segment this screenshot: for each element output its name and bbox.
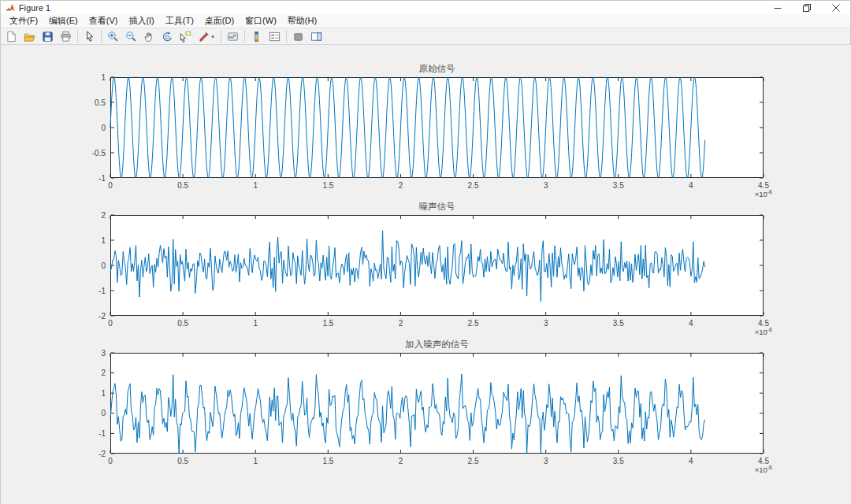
axes-box — [111, 354, 764, 454]
open-file-button[interactable] — [20, 28, 39, 45]
toolbar-separator — [77, 30, 78, 43]
x-tick-label: 2 — [399, 181, 403, 190]
x-tick-label: 2.5 — [468, 457, 479, 465]
menu-item-view[interactable]: 查看(V) — [84, 14, 124, 28]
x-tick-label: 0 — [108, 457, 113, 465]
zoom-out-icon — [125, 31, 137, 43]
dropdown-caret-icon[interactable]: ▾ — [211, 34, 214, 39]
rotate-3d-icon — [162, 31, 173, 43]
print-button[interactable] — [57, 28, 75, 45]
y-tick-label: -1 — [98, 287, 106, 295]
x-tick-label: 1 — [253, 457, 258, 465]
close-button[interactable] — [821, 1, 850, 14]
x-tick-label: 1 — [253, 319, 258, 328]
menu-item-tools[interactable]: 工具(T) — [160, 14, 199, 28]
hide-plot-tools-icon — [292, 31, 304, 43]
y-tick-label: 0.5 — [95, 98, 106, 107]
insert-colorbar-button[interactable] — [247, 28, 266, 45]
new-file-button[interactable] — [2, 28, 20, 45]
link-plot-button[interactable] — [224, 28, 242, 45]
brush-icon — [199, 31, 210, 43]
y-tick-label: 2 — [101, 369, 106, 377]
y-tick-label: 0 — [101, 124, 106, 132]
pan-button[interactable] — [140, 28, 158, 45]
menu-item-window[interactable]: 窗口(W) — [240, 14, 282, 28]
brush-button[interactable]: ▾ — [195, 28, 218, 45]
x-tick-label: 0.5 — [177, 457, 188, 465]
y-tick-label: -1 — [98, 429, 106, 438]
toolbar-separator — [244, 30, 245, 43]
figure-window: Figure 1 文件(F)编辑(E)查看(V)插入(I)工具(T)桌面(D)窗… — [0, 0, 851, 504]
window-title: Figure 1 — [19, 3, 50, 13]
matlab-logo-icon — [6, 3, 15, 13]
x-tick-label: 2.5 — [468, 181, 479, 190]
y-tick-label: 1 — [101, 236, 106, 245]
x-tick-label: 4 — [689, 457, 693, 465]
subplot-3: 加入噪声的信号00.511.522.533.544.5-2-10123×10-6 — [98, 339, 772, 474]
x-axis-multiplier: ×10-6 — [755, 327, 772, 336]
open-file-icon — [24, 31, 35, 43]
toolbar-separator — [221, 30, 221, 43]
minimize-button[interactable] — [763, 1, 792, 14]
menu-item-edit[interactable]: 编辑(E) — [43, 14, 84, 28]
save-icon — [42, 31, 54, 43]
subplot-title: 噪声信号 — [419, 202, 456, 211]
print-icon — [60, 31, 72, 43]
menu-item-desktop[interactable]: 桌面(D) — [199, 14, 240, 28]
menu-bar: 文件(F)编辑(E)查看(V)插入(I)工具(T)桌面(D)窗口(W)帮助(H) — [1, 14, 850, 28]
subplot-1: 原始信号00.511.522.533.544.5-1-0.500.51×10-6 — [92, 64, 772, 198]
pointer-icon — [84, 31, 95, 43]
maximize-restore-button[interactable] — [792, 1, 821, 14]
toolbar: ▾ — [1, 28, 850, 45]
y-tick-label: 3 — [101, 349, 106, 358]
x-tick-label: 1.5 — [322, 319, 333, 328]
y-tick-label: 1 — [101, 389, 106, 398]
hide-plot-tools-button[interactable] — [289, 28, 307, 45]
save-button[interactable] — [39, 28, 57, 45]
title-bar: Figure 1 — [1, 1, 850, 14]
pan-icon — [143, 31, 155, 43]
zoom-in-button[interactable] — [104, 28, 122, 45]
toolbar-separator — [101, 30, 102, 43]
x-tick-label: 0.5 — [177, 181, 188, 190]
new-file-icon — [6, 31, 17, 43]
menu-item-insert[interactable]: 插入(I) — [123, 14, 159, 28]
insert-colorbar-icon — [251, 31, 262, 43]
x-tick-label: 3 — [544, 319, 548, 328]
subplot-title: 原始信号 — [419, 64, 456, 73]
x-axis-multiplier: ×10-6 — [755, 465, 772, 474]
rotate-3d-button[interactable] — [158, 28, 177, 45]
x-tick-label: 1 — [253, 181, 258, 190]
figure-canvas: 原始信号00.511.522.533.544.5-1-0.500.51×10-6… — [1, 45, 851, 504]
plots-svg: 原始信号00.511.522.533.544.5-1-0.500.51×10-6… — [1, 45, 851, 504]
subplot-title: 加入噪声的信号 — [405, 339, 469, 349]
y-tick-label: -0.5 — [92, 149, 106, 158]
x-tick-label: 2.5 — [468, 319, 479, 328]
y-tick-label: 1 — [101, 73, 106, 82]
y-tick-label: 2 — [101, 211, 106, 220]
x-tick-label: 3.5 — [613, 319, 624, 328]
zoom-out-button[interactable] — [122, 28, 140, 45]
pointer-button[interactable] — [80, 28, 98, 45]
insert-legend-button[interactable] — [266, 28, 284, 45]
x-tick-label: 3 — [544, 457, 548, 465]
x-tick-label: 3.5 — [613, 457, 624, 465]
y-tick-label: -2 — [98, 450, 106, 458]
x-axis-multiplier: ×10-6 — [755, 189, 772, 198]
menu-item-file[interactable]: 文件(F) — [4, 14, 43, 28]
show-plot-tools-icon — [310, 31, 322, 43]
show-plot-tools-button[interactable] — [307, 28, 325, 45]
x-tick-label: 0.5 — [177, 319, 188, 328]
toolbar-separator — [286, 30, 287, 43]
x-tick-label: 4 — [689, 319, 693, 328]
x-tick-label: 3.5 — [613, 181, 624, 190]
x-tick-label: 1.5 — [322, 181, 333, 190]
x-tick-label: 3 — [544, 181, 548, 190]
data-cursor-button[interactable] — [177, 28, 195, 45]
x-tick-label: 1.5 — [322, 457, 333, 465]
x-tick-label: 0 — [108, 319, 113, 328]
menu-item-help[interactable]: 帮助(H) — [282, 14, 322, 28]
x-tick-label: 2 — [399, 457, 403, 465]
data-cursor-icon — [180, 31, 191, 43]
y-tick-label: 0 — [101, 409, 106, 417]
